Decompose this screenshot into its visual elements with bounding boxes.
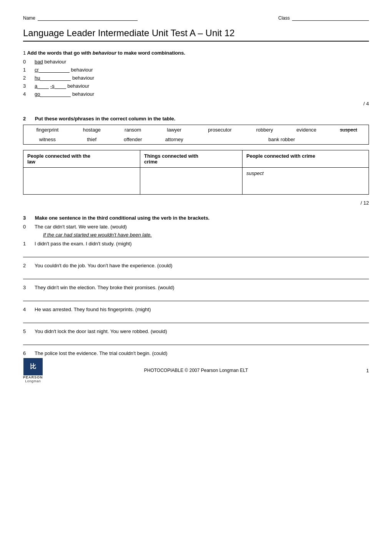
- item-s3-5-content: You didn't lock the door last night. You…: [35, 328, 369, 334]
- col-people-law: People connected with thelaw: [23, 150, 140, 168]
- item4-num: 4: [23, 91, 35, 97]
- item-s3-6-num: 6: [23, 350, 35, 356]
- item4-blank: [40, 92, 71, 97]
- section1-num: 1: [23, 50, 26, 56]
- section-2: 2 Put these words/phrases in the correct…: [23, 116, 369, 206]
- section3-item-4: 4 He was arrested. They found his finger…: [23, 307, 369, 312]
- item-s3-2-num: 2: [23, 263, 35, 268]
- item-s3-6-content: The police lost the evidence. The trial …: [35, 350, 369, 356]
- example3-num: 0: [23, 224, 35, 230]
- logo-svg: 比: [25, 360, 41, 373]
- section2-header: 2 Put these words/phrases in the correct…: [23, 116, 369, 122]
- word-thief: thief: [71, 135, 112, 145]
- example-num: 0: [23, 59, 35, 65]
- col-things-crime: Things connected withcrime: [140, 150, 243, 168]
- example3-content: The car didn't start. We were late. (wou…: [35, 224, 369, 230]
- section3-item-1: 1 I didn't pass the exam. I didn't study…: [23, 241, 369, 247]
- section3-item-3: 3 They didn't win the election. They bro…: [23, 285, 369, 290]
- section1-example: 0 bad behaviour: [23, 59, 369, 65]
- answer-line-4: [23, 315, 369, 323]
- word-attorney: attorney: [154, 135, 195, 145]
- word-robbery: robbery: [245, 125, 284, 135]
- section1-header: 1 Add the words that go with behaviour t…: [23, 50, 369, 56]
- item3-blank2: [55, 83, 66, 89]
- category-table: People connected with thelaw Things conn…: [23, 150, 369, 195]
- word-evidence: evidence: [284, 125, 329, 135]
- section3-instruction: Make one sentence in the third condition…: [35, 215, 209, 221]
- word-offender: offender: [112, 135, 154, 145]
- section2-score: / 12: [23, 200, 369, 206]
- section-3: 3 Make one sentence in the third conditi…: [23, 215, 369, 356]
- section2-num: 2: [23, 116, 26, 122]
- section3-item-2: 2 You couldn't do the job. You don't hav…: [23, 263, 369, 268]
- logo-icon: 比: [23, 358, 43, 375]
- section3-num: 3: [23, 215, 26, 221]
- answer-line-1: [23, 249, 369, 257]
- logo-pearson: PEARSON: [23, 375, 43, 379]
- word-hostage: hostage: [71, 125, 112, 135]
- svg-text:比: 比: [30, 363, 36, 370]
- example-content: bad behaviour: [35, 59, 369, 65]
- wordbank-row2: witness thief offender attorney bank rob…: [23, 135, 369, 145]
- item-s3-2-content: You couldn't do the job. You don't have …: [35, 263, 369, 268]
- section3-header: 3 Make one sentence in the third conditi…: [23, 215, 369, 221]
- item-s3-4-num: 4: [23, 307, 35, 312]
- item-s3-5-num: 5: [23, 328, 35, 334]
- section1-item-1: 1 cr behaviour: [23, 67, 369, 73]
- footer: 比 PEARSON Longman PHOTOCOPIABLE © 2007 P…: [23, 368, 369, 373]
- logo-longman: Longman: [25, 379, 41, 383]
- section1-score: / 4: [23, 101, 369, 107]
- item2-num: 2: [23, 75, 35, 81]
- section3-example: 0 The car didn't start. We were late. (w…: [23, 224, 369, 230]
- item3-num: 3: [23, 83, 35, 89]
- cat-data-row: suspect: [23, 168, 369, 195]
- section1-item-4: 4 go behaviour: [23, 91, 369, 97]
- name-label: Name: [23, 15, 35, 21]
- name-underline: [38, 15, 138, 21]
- item-s3-3-content: They didn't win the election. They broke…: [35, 285, 369, 290]
- class-label: Class: [278, 15, 290, 21]
- item3-content: a -s behaviour: [35, 83, 369, 89]
- answer-line-3: [23, 293, 369, 301]
- item2-blank: [40, 75, 71, 81]
- word-bankrobber: bank robber: [195, 135, 369, 145]
- section1-item-3: 3 a -s behaviour: [23, 83, 369, 89]
- name-field: Name: [23, 15, 138, 21]
- item-s3-1-num: 1: [23, 241, 35, 247]
- class-underline: [292, 15, 369, 21]
- section1-instruction: Add the words that go with behaviour to …: [27, 50, 185, 56]
- section2-instruction: Put these words/phrases in the correct c…: [35, 116, 176, 122]
- wordbank-row1: fingerprint hostage ransom lawyer prosec…: [23, 125, 369, 135]
- cat-header-row: People connected with thelaw Things conn…: [23, 150, 369, 168]
- item3-blank1: [37, 83, 49, 89]
- word-witness: witness: [23, 135, 71, 145]
- item4-content: go behaviour: [35, 91, 369, 97]
- publisher-logo: 比 PEARSON Longman: [23, 358, 43, 383]
- word-suspect: suspect: [329, 125, 369, 135]
- answer-line-2: [23, 271, 369, 279]
- item-s3-1-content: I didn't pass the exam. I didn't study. …: [35, 241, 369, 247]
- section3-item-5: 5 You didn't lock the door last night. Y…: [23, 328, 369, 334]
- footer-copyright: PHOTOCOPIABLE © 2007 Pearson Longman ELT: [144, 368, 248, 373]
- cell-things-crime: [140, 168, 243, 195]
- class-field: Class: [278, 15, 369, 21]
- item1-num: 1: [23, 67, 35, 73]
- word-prosecutor: prosecutor: [195, 125, 245, 135]
- item-s3-3-num: 3: [23, 285, 35, 290]
- cell-people-law: [23, 168, 140, 195]
- word-ransom: ransom: [112, 125, 154, 135]
- word-fingerprint: fingerprint: [23, 125, 71, 135]
- item1-blank: [39, 67, 70, 73]
- item-s3-4-content: He was arrested. They found his fingerpr…: [35, 307, 369, 312]
- footer-page: 1: [366, 368, 369, 373]
- example-underline: ad: [37, 59, 43, 65]
- answer-line-5: [23, 337, 369, 345]
- cell-people-crime: suspect: [243, 168, 369, 195]
- word-bank-table: fingerprint hostage ransom lawyer prosec…: [23, 125, 369, 145]
- item2-content: hu behaviour: [35, 75, 369, 81]
- section1-item-2: 2 hu behaviour: [23, 75, 369, 81]
- col-people-crime: People connected with crime: [243, 150, 369, 168]
- page-title: Language Leader Intermediate Unit Test A…: [23, 28, 369, 42]
- word-lawyer: lawyer: [154, 125, 195, 135]
- header: Name Class: [23, 15, 369, 21]
